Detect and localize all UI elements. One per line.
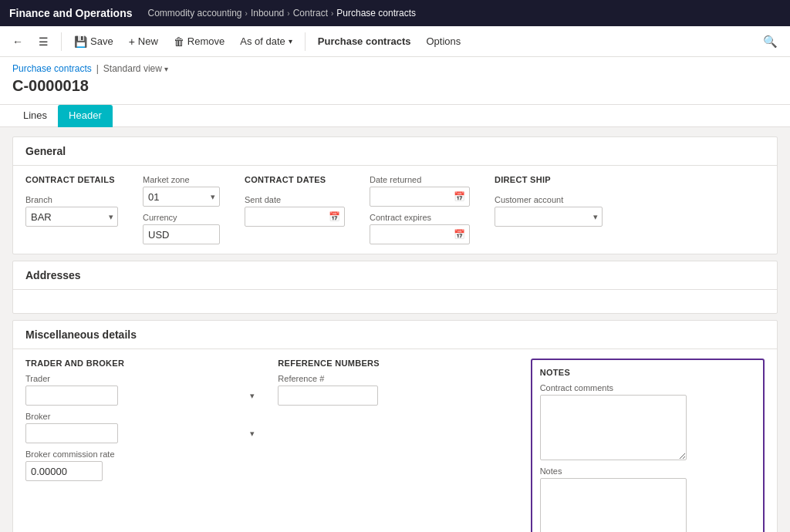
contract-expires-label: Contract expires [370, 213, 470, 222]
breadcrumb-item-2[interactable]: Inbound [251, 8, 284, 19]
as-of-date-button[interactable]: As of date ▾ [234, 32, 299, 50]
addresses-section-body [13, 290, 777, 313]
remove-button[interactable]: 🗑 Remove [167, 32, 231, 51]
misc-row: TRADER AND BROKER Trader Broker [25, 359, 765, 532]
notes-textarea-group: Notes [540, 466, 755, 532]
breadcrumb-sep-3: › [331, 9, 333, 18]
remove-icon: 🗑 [174, 35, 184, 48]
contract-expires-wrapper: 📅 [370, 224, 470, 244]
page-breadcrumb: Purchase contracts | Standard view ▾ [12, 63, 778, 74]
contract-comments-label: Contract comments [540, 383, 755, 392]
sent-date-input[interactable] [245, 207, 345, 227]
miscellaneous-section-body: TRADER AND BROKER Trader Broker [13, 349, 777, 532]
menu-button[interactable]: ☰ [32, 32, 55, 51]
date-returned-wrapper: 📅 [370, 187, 470, 207]
app-brand: Finance and Operations [9, 7, 132, 19]
direct-ship-group: DIRECT SHIP [495, 175, 603, 189]
branch-group: Branch BAR [25, 195, 118, 227]
contract-details-col: CONTRACT DETAILS Branch BAR [25, 175, 118, 227]
market-zone-select[interactable]: 01 [143, 187, 220, 207]
customer-account-select-wrapper [495, 207, 603, 227]
as-of-date-label: As of date [240, 35, 285, 47]
general-section-header[interactable]: General [13, 137, 777, 166]
trader-broker-label: TRADER AND BROKER [25, 359, 259, 368]
contract-comments-textarea[interactable] [540, 395, 687, 460]
chevron-down-icon: ▾ [289, 37, 292, 45]
breadcrumb-item-3[interactable]: Contract [293, 8, 328, 19]
sent-date-label: Sent date [245, 195, 345, 204]
direct-ship-col: DIRECT SHIP Customer account [495, 175, 603, 227]
notes-highlight-box: NOTES Contract comments Notes [531, 359, 765, 532]
broker-select-wrapper [25, 423, 259, 443]
contract-comments-group: Contract comments [540, 383, 755, 460]
save-label: Save [90, 35, 113, 47]
back-button[interactable]: ← [6, 32, 29, 51]
market-zone-select-wrapper: 01 [143, 187, 220, 207]
date-returned-col: Date returned 📅 Contract expires 📅 [370, 175, 470, 244]
toolbar-divider-2 [305, 32, 306, 51]
breadcrumb-item-4: Purchase contracts [336, 8, 416, 19]
market-zone-col: Market zone 01 Currency [143, 175, 220, 244]
reference-numbers-label: REFERENCE NUMBERS [278, 359, 511, 368]
currency-group: Currency [143, 213, 220, 244]
notes-textarea-label: Notes [540, 466, 755, 476]
page-title: C-0000018 [12, 77, 778, 95]
branch-select-wrapper: BAR [25, 207, 118, 227]
tab-lines[interactable]: Lines [12, 105, 58, 127]
broker-group: Broker [25, 412, 259, 443]
new-button[interactable]: + New [123, 32, 164, 51]
customer-account-select[interactable] [495, 207, 603, 227]
remove-label: Remove [187, 35, 225, 47]
standard-view-button[interactable]: Standard view ▾ [103, 63, 168, 74]
main-content: General CONTRACT DETAILS Branch BAR [0, 127, 790, 532]
search-icon: 🔍 [763, 35, 778, 48]
chevron-down-icon: ▾ [164, 65, 168, 73]
contract-expires-group: Contract expires 📅 [370, 213, 470, 244]
reference-group: Reference # [278, 374, 511, 406]
breadcrumb-item-1[interactable]: Commodity accounting [147, 8, 241, 19]
options-button[interactable]: Options [420, 32, 467, 50]
customer-account-label: Customer account [495, 195, 603, 204]
broker-label: Broker [25, 412, 259, 421]
contract-expires-input[interactable] [370, 224, 470, 244]
contract-details-label: CONTRACT DETAILS [25, 175, 118, 184]
date-returned-input[interactable] [370, 187, 470, 207]
notes-col: NOTES Contract comments Notes [531, 359, 765, 532]
top-breadcrumb: Commodity accounting › Inbound › Contrac… [147, 8, 416, 19]
trader-select[interactable] [25, 386, 118, 406]
miscellaneous-section: Miscellaneous details TRADER AND BROKER … [12, 320, 778, 532]
reference-numbers-col: REFERENCE NUMBERS Reference # [278, 359, 530, 532]
standard-view-label: Standard view [103, 63, 162, 74]
tab-header[interactable]: Header [58, 105, 113, 127]
page-breadcrumb-sep: | [96, 63, 99, 74]
general-section-body: CONTRACT DETAILS Branch BAR Mark [13, 166, 777, 254]
contract-dates-group: CONTRACT DATES [245, 175, 345, 189]
currency-input[interactable] [143, 224, 220, 244]
save-button[interactable]: 💾 Save [68, 32, 120, 51]
breadcrumb-sep-1: › [245, 9, 248, 18]
notes-textarea[interactable] [540, 478, 687, 532]
branch-label: Branch [25, 195, 118, 204]
broker-select[interactable] [25, 423, 118, 443]
tab-bar: Lines Header [0, 105, 790, 127]
currency-label: Currency [143, 213, 220, 222]
miscellaneous-section-header[interactable]: Miscellaneous details [13, 321, 777, 349]
add-icon: + [129, 35, 135, 48]
branch-select[interactable]: BAR [25, 207, 118, 227]
trader-label: Trader [25, 374, 259, 383]
commission-group: Broker commission rate [25, 450, 259, 481]
reference-input[interactable] [278, 386, 378, 406]
new-label: New [138, 35, 158, 47]
search-button[interactable]: 🔍 [757, 32, 784, 52]
commission-label: Broker commission rate [25, 450, 259, 459]
customer-account-group: Customer account [495, 195, 603, 227]
purchase-contracts-toolbar-label: Purchase contracts [312, 32, 417, 50]
page-breadcrumb-link[interactable]: Purchase contracts [12, 63, 92, 74]
date-returned-group: Date returned 📅 [370, 175, 470, 207]
addresses-section-header[interactable]: Addresses [13, 261, 777, 290]
commission-input[interactable] [25, 461, 103, 481]
back-icon: ← [12, 35, 23, 48]
contract-dates-label: CONTRACT DATES [245, 175, 345, 184]
page-header: Purchase contracts | Standard view ▾ C-0… [0, 57, 790, 105]
reference-label: Reference # [278, 374, 511, 383]
